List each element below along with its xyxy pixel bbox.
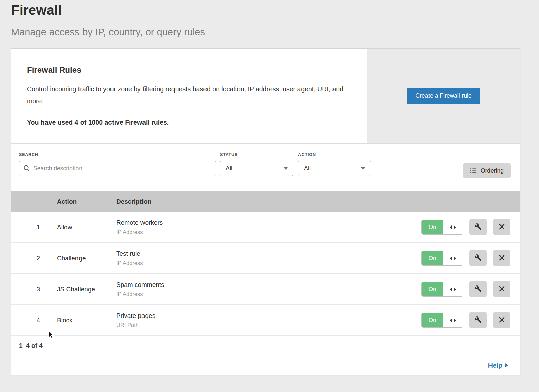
toggle-arrows-icon <box>443 251 463 265</box>
toggle-on-label: On <box>422 313 443 327</box>
table-row: 1 Allow Remote workers IP Address On <box>11 212 520 243</box>
rule-priority: 2 <box>11 254 40 262</box>
ordering-list-icon <box>470 167 477 175</box>
rule-title: Spam comments <box>116 281 421 289</box>
delete-rule-button[interactable] <box>493 312 510 328</box>
rule-priority: 1 <box>11 223 40 231</box>
wrench-icon <box>475 316 482 324</box>
table-row: 3 JS Challenge Spam comments IP Address … <box>11 274 520 305</box>
rule-enabled-toggle[interactable]: On <box>421 313 463 328</box>
close-icon <box>499 254 505 262</box>
close-icon <box>499 285 505 293</box>
page-title: Firewall <box>11 3 205 18</box>
toggle-arrows-icon <box>443 282 463 296</box>
toggle-arrows-icon <box>443 220 463 234</box>
rule-description-cell: Private pages URI Path <box>116 312 421 328</box>
rules-usage-note: You have used 4 of 1000 active Firewall … <box>27 119 353 126</box>
rule-priority: 3 <box>11 285 40 293</box>
help-link-label: Help <box>488 362 502 369</box>
page-header: Firewall Manage access by IP, country, o… <box>11 3 205 38</box>
delete-rule-button[interactable] <box>493 281 510 297</box>
wrench-icon <box>475 285 482 293</box>
rule-title: Private pages <box>116 312 421 320</box>
wrench-icon <box>475 254 482 262</box>
rule-match-type: URI Path <box>116 322 421 328</box>
page-subtitle: Manage access by IP, country, or query r… <box>11 27 205 38</box>
rule-action: Block <box>57 316 116 324</box>
arrow-right-icon <box>505 363 508 367</box>
toggle-arrows-icon <box>443 313 463 327</box>
filters-bar: SEARCH STATUS All <box>11 144 520 191</box>
edit-rule-button[interactable] <box>469 219 487 235</box>
column-description: Description <box>116 198 520 205</box>
status-select[interactable]: All <box>220 161 293 176</box>
rule-enabled-toggle[interactable]: On <box>421 220 463 235</box>
rules-heading: Firewall Rules <box>27 65 353 75</box>
action-label: ACTION <box>298 152 371 157</box>
rule-controls: On <box>421 219 520 235</box>
close-icon <box>499 316 505 324</box>
delete-rule-button[interactable] <box>493 219 510 235</box>
search-label: SEARCH <box>19 152 216 157</box>
rule-controls: On <box>421 281 520 297</box>
status-filter-group: STATUS All <box>220 152 293 176</box>
rule-priority: 4 <box>11 316 40 324</box>
chevron-down-icon <box>361 167 365 170</box>
rule-enabled-toggle[interactable]: On <box>421 282 463 297</box>
toggle-on-label: On <box>422 220 443 234</box>
search-filter-group: SEARCH <box>19 152 216 176</box>
rules-description: Control incoming traffic to your zone by… <box>27 83 345 107</box>
toggle-on-label: On <box>422 282 443 296</box>
chevron-down-icon <box>284 167 288 170</box>
rule-controls: On <box>421 312 520 328</box>
edit-rule-button[interactable] <box>469 312 487 328</box>
rule-title: Remote workers <box>116 219 421 227</box>
rule-match-type: IP Address <box>116 291 421 297</box>
firewall-rules-card: Firewall Rules Control incoming traffic … <box>11 48 520 375</box>
action-select-value: All <box>304 165 311 172</box>
ordering-button-label: Ordering <box>481 167 504 174</box>
table-header: Action Description <box>11 191 520 212</box>
action-filter-group: ACTION All <box>298 152 371 176</box>
search-input[interactable] <box>19 161 216 176</box>
firewall-page: Firewall Manage access by IP, country, o… <box>0 0 539 392</box>
ordering-button[interactable]: Ordering <box>463 163 511 178</box>
rule-title: Test rule <box>116 250 421 258</box>
edit-rule-button[interactable] <box>469 250 487 266</box>
rules-info-text: Firewall Rules Control incoming traffic … <box>11 49 367 143</box>
rule-controls: On <box>421 250 520 266</box>
rule-action: JS Challenge <box>57 285 116 293</box>
search-icon <box>23 165 30 172</box>
status-select-value: All <box>226 165 232 172</box>
rules-action-panel: Create a Firewall rule <box>367 49 520 143</box>
rule-description-cell: Spam comments IP Address <box>116 281 421 297</box>
wrench-icon <box>475 223 482 231</box>
pagination-status: 1–4 of 4 <box>11 336 520 356</box>
table-row: 4 Block Private pages URI Path On <box>11 305 520 336</box>
help-link[interactable]: Help <box>488 362 508 369</box>
close-icon <box>499 223 505 231</box>
rules-info-section: Firewall Rules Control incoming traffic … <box>11 49 520 144</box>
toggle-on-label: On <box>422 251 443 265</box>
column-action: Action <box>57 198 116 205</box>
rule-description-cell: Test rule IP Address <box>116 250 421 266</box>
rule-action: Challenge <box>57 254 116 262</box>
create-firewall-rule-button[interactable]: Create a Firewall rule <box>407 88 480 104</box>
rule-description-cell: Remote workers IP Address <box>116 219 421 235</box>
rule-match-type: IP Address <box>116 260 421 266</box>
rule-enabled-toggle[interactable]: On <box>421 251 463 266</box>
status-label: STATUS <box>220 152 293 157</box>
delete-rule-button[interactable] <box>493 250 510 266</box>
edit-rule-button[interactable] <box>469 281 487 297</box>
table-row: 2 Challenge Test rule IP Address On <box>11 243 520 274</box>
card-footer: Help <box>11 356 520 375</box>
rule-match-type: IP Address <box>116 229 421 235</box>
rule-action: Allow <box>57 223 116 231</box>
action-select[interactable]: All <box>298 161 371 176</box>
